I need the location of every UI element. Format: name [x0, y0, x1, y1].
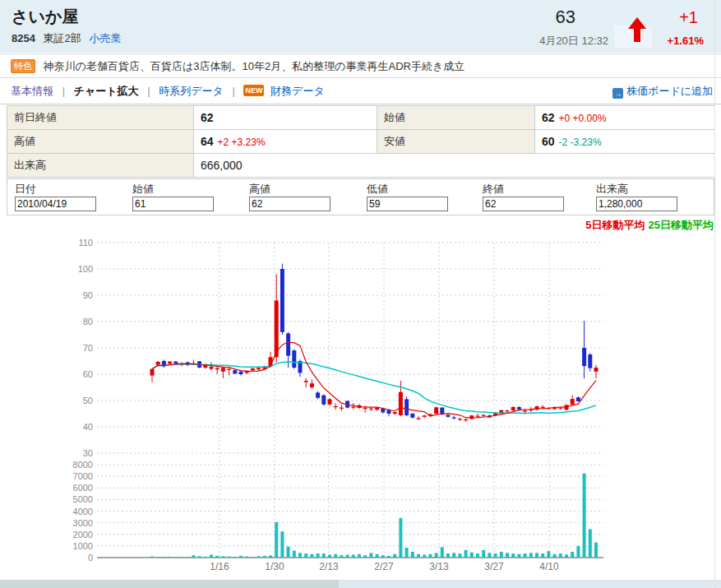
- stock-chart: 1101009080706050403080007000600050004000…: [0, 230, 721, 580]
- feature-badge: 特色: [11, 59, 35, 73]
- svg-text:1000: 1000: [73, 541, 93, 551]
- form-field-input[interactable]: [596, 197, 677, 211]
- quote-value: 666,000: [194, 154, 715, 178]
- quote-table-row: 出来高666,000: [7, 154, 715, 178]
- 25-day-ma-line: [152, 362, 596, 413]
- form-field-input[interactable]: [15, 197, 96, 211]
- quote-change: -2 -3.23%: [559, 137, 602, 148]
- svg-text:40: 40: [83, 422, 93, 432]
- form-field-3: 低値: [367, 182, 478, 211]
- stock-code: 8254: [12, 32, 35, 44]
- form-field-input[interactable]: [132, 197, 214, 211]
- quote-label: 高値: [7, 130, 194, 154]
- quote-change: +2 +3.23%: [218, 137, 266, 148]
- form-field-input[interactable]: [249, 197, 330, 211]
- ma5-legend-label: 5日移動平均: [585, 219, 645, 231]
- ohlc-input-form: 日付始値高値低値終値出来高: [7, 178, 714, 215]
- form-field-label: 低値: [367, 182, 478, 196]
- svg-text:2000: 2000: [73, 530, 93, 539]
- form-field-1: 始値: [132, 182, 244, 211]
- new-badge: NEW: [243, 85, 264, 96]
- quote-value: 64+2 +3.23%: [194, 130, 377, 154]
- form-field-label: 終値: [483, 182, 594, 196]
- quote-label: 前日終値: [7, 106, 194, 130]
- next-section-header-left: [0, 580, 339, 588]
- company-feature-row: 特色 神奈川の老舗百貨店、百貨店は3店体制。10年2月、私的整理の事業再生ADR…: [0, 53, 721, 78]
- svg-text:60: 60: [83, 369, 93, 379]
- nav-time-series[interactable]: 時系列データ: [159, 85, 224, 97]
- sector-link[interactable]: 小売業: [89, 32, 121, 44]
- add-to-board[interactable]: →株価ボードに追加: [612, 79, 713, 104]
- price-up-arrow-icon: [627, 17, 647, 42]
- svg-text:0: 0: [88, 553, 93, 563]
- quote-label: 始値: [377, 106, 535, 130]
- current-price: 63: [556, 7, 575, 28]
- form-field-label: 日付: [15, 182, 127, 196]
- quote-table-row: 前日終値62始値62+0 +0.00%: [7, 106, 715, 130]
- svg-text:3/13: 3/13: [429, 561, 449, 572]
- svg-text:50: 50: [83, 396, 93, 405]
- price-change-percent: +1.61%: [668, 35, 704, 47]
- svg-text:5000: 5000: [73, 494, 93, 504]
- nav-financial-data[interactable]: 財務データ: [270, 85, 325, 97]
- quote-label: 安値: [377, 130, 535, 154]
- quote-datetime: 4月20日 12:32: [539, 34, 608, 49]
- next-section-header-right: [339, 580, 721, 588]
- svg-text:8000: 8000: [73, 460, 93, 470]
- svg-text:4/10: 4/10: [539, 561, 559, 572]
- add-board-link[interactable]: 株価ボードに追加: [626, 85, 713, 97]
- svg-text:100: 100: [78, 264, 93, 274]
- form-field-4: 終値: [483, 182, 594, 211]
- stock-market: 東証2部: [44, 32, 81, 44]
- form-field-input[interactable]: [483, 197, 564, 211]
- form-field-input[interactable]: [367, 197, 448, 211]
- stock-meta: 8254 東証2部 小売業: [12, 31, 121, 46]
- svg-text:90: 90: [83, 290, 93, 300]
- form-field-2: 高値: [249, 182, 361, 211]
- svg-text:7000: 7000: [73, 471, 93, 481]
- svg-text:2/27: 2/27: [374, 561, 394, 572]
- page-edge-divider: [714, 0, 715, 588]
- stock-name: さいか屋: [12, 6, 78, 28]
- svg-text:30: 30: [83, 448, 93, 458]
- svg-text:3/27: 3/27: [484, 561, 504, 572]
- svg-text:1/30: 1/30: [265, 561, 284, 572]
- form-field-0: 日付: [15, 182, 127, 211]
- svg-text:2/13: 2/13: [319, 561, 339, 572]
- form-field-label: 出来高: [596, 182, 708, 196]
- svg-text:110: 110: [78, 238, 93, 248]
- nav-basic-info[interactable]: 基本情報: [11, 85, 53, 97]
- feature-text: 神奈川の老舗百貨店、百貨店は3店体制。10年2月、私的整理の事業再生ADR手続き…: [44, 60, 465, 72]
- quote-label: 出来高: [7, 154, 194, 178]
- quote-table-row: 高値64+2 +3.23%安値60-2 -3.23%: [7, 130, 715, 154]
- form-field-label: 高値: [249, 182, 361, 196]
- quote-header: さいか屋 8254 東証2部 小売業 63 +1 4月20日 12:32 +1.…: [0, 0, 721, 53]
- price-volume-chart-svg: 1101009080706050403080007000600050004000…: [0, 230, 721, 580]
- price-change: +1: [679, 8, 698, 27]
- form-field-label: 始値: [132, 182, 244, 196]
- svg-text:1/16: 1/16: [210, 561, 229, 572]
- form-field-5: 出来高: [596, 182, 708, 211]
- svg-text:4000: 4000: [73, 507, 93, 516]
- quote-value: 62+0 +0.00%: [535, 106, 715, 130]
- svg-text:70: 70: [83, 343, 93, 353]
- quote-value: 60-2 -3.23%: [535, 130, 715, 154]
- quote-summary-table: 前日終値62始値62+0 +0.00%高値64+2 +3.23%安値60-2 -…: [7, 105, 715, 178]
- quote-change: +0 +0.00%: [559, 113, 607, 124]
- quote-nav: 基本情報 | チャート拡大 | 時系列データ | NEW 財務データ →株価ボー…: [0, 79, 721, 104]
- svg-text:80: 80: [83, 317, 93, 326]
- svg-text:3000: 3000: [73, 518, 93, 528]
- nav-chart-zoom-current: チャート拡大: [74, 85, 139, 97]
- quote-value: 62: [194, 106, 377, 130]
- svg-text:6000: 6000: [73, 483, 93, 493]
- board-arrow-icon: →: [612, 88, 623, 99]
- ma25-legend-label: 25日移動平均: [649, 219, 714, 231]
